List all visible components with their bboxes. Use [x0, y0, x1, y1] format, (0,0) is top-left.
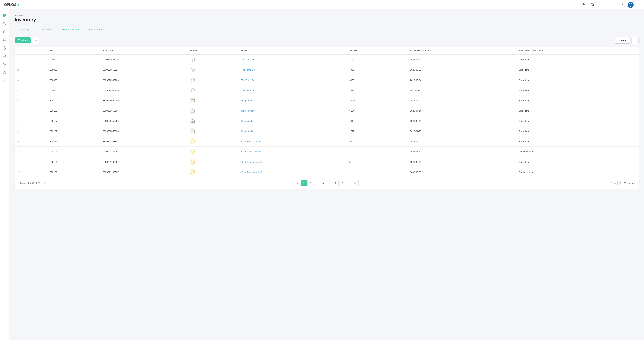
row-num: 5 — [15, 96, 47, 106]
row-type: Stock Item — [516, 126, 639, 136]
sidebar-item-truck[interactable] — [1, 52, 8, 60]
sidebar-item-dashboard[interactable] — [1, 12, 8, 20]
row-expiration: 2026-02-14 — [407, 116, 516, 126]
row-expiration: 6632-08-08 — [407, 167, 516, 177]
svg-rect-8 — [5, 14, 6, 16]
actions-extra-button[interactable]: ··· — [632, 37, 639, 44]
row-name[interactable]: Hongsamdan — [238, 106, 346, 116]
row-expiration: 2026-05-15 — [407, 85, 516, 96]
row-expiration: 2026-04-17 — [407, 54, 516, 65]
svg-point-28 — [4, 79, 5, 80]
filter-extra-button[interactable]: ··· — [32, 37, 40, 44]
row-amount: 1 — [347, 167, 407, 177]
row-name[interactable]: Hongsamdan — [238, 96, 346, 106]
row-name[interactable]: Color Food Vitamin C — [238, 146, 346, 157]
page-6-button[interactable]: 6 — [333, 180, 338, 186]
row-sku: E00003 — [47, 65, 100, 75]
page-next-button[interactable]: › — [358, 180, 364, 186]
col-num: # — [15, 47, 47, 54]
page-1-button[interactable]: 1 — [301, 180, 307, 186]
add-user-icon[interactable] — [580, 2, 587, 8]
row-name[interactable]: Hongsamdan — [238, 116, 346, 126]
table-row: 6 E00107 8809569650006 Hongsamdan 5194 2… — [15, 106, 639, 116]
row-name[interactable]: Hongsamdan — [238, 126, 346, 136]
row-name[interactable]: The Fame Set — [238, 54, 346, 65]
row-image — [187, 65, 238, 75]
inventory-table: # SKU BARCODE IMAGE NAME AMOUNT EXPIRATI… — [15, 47, 639, 188]
page-4-button[interactable]: 4 — [320, 180, 326, 186]
row-name[interactable]: The Fame Set — [238, 85, 346, 96]
page-prev-button[interactable]: ‹ — [295, 180, 300, 186]
col-expiration[interactable]: EXPIRATION DATE — [407, 47, 516, 54]
table-body: 1 E00003 8809626566226 The Fame Set 714 … — [15, 54, 639, 177]
row-amount: 5194 — [347, 106, 407, 116]
page-3-button[interactable]: 3 — [314, 180, 320, 186]
page-12-button[interactable]: 12 — [352, 180, 358, 186]
sidebar-item-layers[interactable] — [1, 60, 8, 68]
page-size-select[interactable]: 25 50 100 — [617, 181, 627, 185]
table-row: 3 E00003 8809626566226 The Fame Set 3379… — [15, 75, 639, 85]
document-icon[interactable] — [589, 2, 595, 8]
tab-inventory[interactable]: Inventory — [15, 26, 34, 33]
product-image — [190, 128, 196, 134]
topnav-right: ⋮ — [580, 2, 640, 8]
svg-point-20 — [5, 56, 6, 57]
row-image — [187, 157, 238, 167]
globe-button[interactable] — [628, 2, 634, 8]
product-image — [190, 98, 196, 104]
row-name[interactable]: Color Food Vitamin C — [238, 136, 346, 146]
row-sku: E00107 — [47, 126, 100, 136]
svg-point-0 — [582, 3, 584, 4]
entries-label: entries — [628, 182, 634, 184]
row-name[interactable]: Color Food Vitamin C — [238, 167, 346, 177]
row-name[interactable]: The Fame Set — [238, 65, 346, 75]
product-image — [190, 67, 196, 73]
actions-button[interactable]: Actions — [615, 37, 630, 44]
svg-rect-7 — [3, 14, 4, 16]
row-sku: E00107 — [47, 116, 100, 126]
col-sku[interactable]: SKU — [47, 47, 100, 54]
menu-dots-icon[interactable]: ⋮ — [636, 2, 640, 7]
product-image — [190, 77, 196, 83]
sidebar-item-inventory[interactable] — [1, 28, 8, 36]
row-amount: 3 — [347, 157, 407, 167]
row-name[interactable]: The Fame Set — [238, 75, 346, 85]
tab-missing-items[interactable]: Missing Items — [34, 26, 58, 33]
table-row: 8 E00107 8809569650006 Hongsamdan 2772 2… — [15, 126, 639, 136]
page-2-button[interactable]: 2 — [308, 180, 313, 186]
sidebar-item-tags[interactable] — [1, 20, 8, 28]
row-sku: E00107 — [47, 96, 100, 106]
page-5-button[interactable]: 5 — [326, 180, 332, 186]
sidebar-item-integrations[interactable] — [1, 68, 8, 76]
row-num: 3 — [15, 75, 47, 85]
sidebar-item-mic[interactable] — [1, 44, 8, 52]
row-image — [187, 167, 238, 177]
row-amount: 6413 — [347, 116, 407, 126]
row-sku: E00121 — [47, 167, 100, 177]
pagination-info: Showing 1 to 25 of 283 entries — [19, 182, 48, 184]
table-row: 12 E00121 8809221163387 Color Food Vitam… — [15, 167, 639, 177]
sidebar-item-users[interactable] — [1, 76, 8, 84]
page-7-button[interactable]: 7 — [339, 180, 345, 186]
tab-serial-numbers[interactable]: Serial Numbers — [84, 26, 110, 33]
row-type: Stock Item — [516, 96, 639, 106]
svg-rect-12 — [3, 39, 6, 41]
toolbar: Filters ··· Actions ··· — [15, 37, 639, 44]
row-amount: 714 — [347, 54, 407, 65]
language-select[interactable] — [598, 2, 625, 7]
svg-marker-18 — [5, 56, 6, 57]
row-num: 7 — [15, 116, 47, 126]
row-sku: E00107 — [47, 106, 100, 116]
table-row: 5 E00107 8809569650006 Hongsamdan 10975 … — [15, 96, 639, 106]
row-barcode: 8809626566226 — [100, 85, 187, 96]
row-num: 11 — [15, 157, 47, 167]
filter-button[interactable]: Filters — [15, 38, 31, 44]
row-name[interactable]: Color Food Vitamin C — [238, 157, 346, 167]
col-image: IMAGE — [187, 47, 238, 54]
col-amount: AMOUNT — [347, 47, 407, 54]
row-amount: 3379 — [347, 75, 407, 85]
logo-slash: // — [18, 3, 19, 6]
sidebar-item-orders[interactable] — [1, 36, 8, 44]
tab-expiration-dates[interactable]: Expiration Dates — [58, 26, 84, 33]
row-amount: 3 — [347, 146, 407, 157]
